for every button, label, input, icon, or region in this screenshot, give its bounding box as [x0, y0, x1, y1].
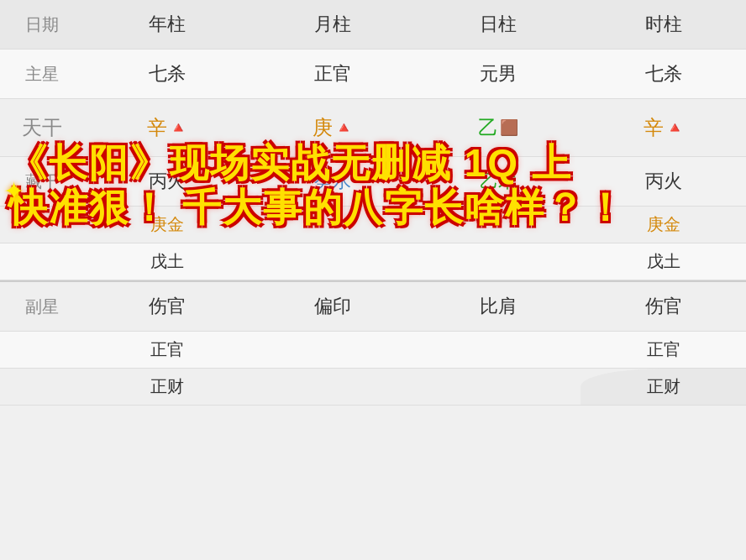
zhuxing-year: 七杀	[84, 50, 250, 98]
fuxing-day1: 比肩	[415, 282, 581, 331]
fuxing-row3: 正财 正财	[0, 369, 746, 406]
zanggan-hour-sub2: 戊土	[581, 243, 746, 280]
fuxing-row1: 副星 伤官 偏印 比肩 伤官	[0, 280, 746, 332]
banner-line1: 《长阳》现场实战无删减 1Q 上	[8, 141, 738, 186]
fuxing-hour3: 正财	[581, 369, 746, 405]
fuxing-year3: 正财	[84, 369, 250, 405]
zhuxing-month: 正官	[250, 50, 415, 98]
zhuxing-row: 主星 七杀 正官 元男 七杀	[0, 50, 746, 99]
header-col1: 日期	[0, 0, 84, 49]
zanggan-year-sub2: 戊土	[84, 243, 250, 280]
fuxing-year1: 伤官	[84, 282, 250, 331]
zhuxing-label: 主星	[0, 50, 84, 98]
header-col2: 年柱	[84, 0, 250, 49]
fuxing-label: 副星	[0, 282, 84, 331]
banner-line2: 快准狠！ 千大事的八字长啥样？！	[8, 186, 738, 230]
header-col3: 月柱	[250, 0, 415, 49]
zhuxing-day: 元男	[415, 50, 581, 98]
fuxing-year2: 正官	[84, 332, 250, 368]
fuxing-row2: 正官 正官	[0, 332, 746, 369]
banner-overlay: 《长阳》现场实战无删减 1Q 上 快准狠！ 千大事的八字长啥样？！	[0, 134, 746, 237]
header-col4: 日柱	[415, 0, 581, 49]
fuxing-hour2: 正官	[581, 332, 746, 368]
header-col5: 时柱	[581, 0, 746, 49]
zanggan-sub2-row: 戊土 戊土	[0, 243, 746, 280]
fuxing-month1: 偏印	[250, 282, 415, 331]
sparkle-icon: ✦	[3, 176, 24, 206]
header-row: 日期 年柱 月柱 日柱 时柱	[0, 0, 746, 50]
fuxing-hour1: 伤官	[581, 282, 746, 331]
zhuxing-hour: 七杀	[581, 50, 746, 98]
